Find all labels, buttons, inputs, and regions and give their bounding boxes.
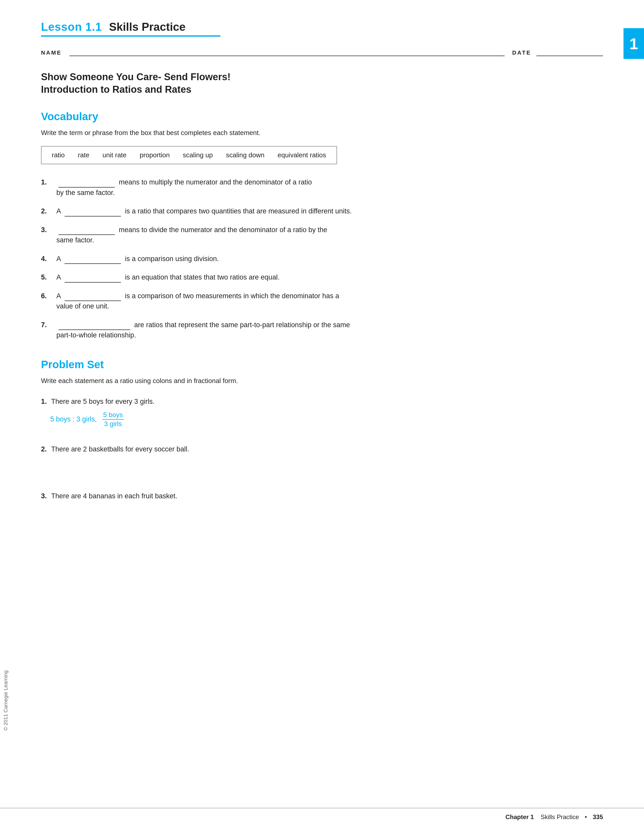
vocab-text-1: means to multiply the numerator and the … — [56, 177, 603, 198]
footer-chapter: Chapter 1 Skills Practice • 335 — [505, 813, 603, 821]
prob-answer-text-1: 5 boys : 3 girls, — [50, 415, 99, 423]
chapter-tab: 1 — [623, 28, 644, 59]
vocab-number-5: 5. — [41, 272, 56, 282]
prob-answer-1: 5 boys : 3 girls, 5 boys 3 girls — [50, 411, 603, 429]
problem-item-2: 2. There are 2 basketballs for every soc… — [41, 444, 603, 475]
vocab-item-1: 1. means to multiply the numerator and t… — [41, 177, 603, 198]
fraction-numerator-1: 5 boys — [102, 411, 124, 420]
vocab-blank-6 — [65, 296, 121, 301]
word-rate: rate — [78, 151, 90, 159]
page-header: Lesson 1.1 Skills Practice — [41, 21, 603, 33]
vocab-blank-3 — [59, 229, 115, 235]
problem-set-heading: Problem Set — [41, 358, 603, 371]
sidebar-copyright: © 2011 Carnegie Learning — [3, 671, 9, 731]
vocab-blank-1 — [59, 182, 115, 188]
vocab-item-2: 2. A is a ratio that compares two quanti… — [41, 206, 603, 217]
vocabulary-instruction: Write the term or phrase from the box th… — [41, 129, 603, 137]
word-unit-rate: unit rate — [103, 151, 127, 159]
fraction-denominator-1: 3 girls — [103, 420, 123, 428]
vocabulary-list: 1. means to multiply the numerator and t… — [41, 177, 603, 341]
vocab-number-4: 4. — [41, 254, 56, 264]
prob-answer-space-3 — [41, 502, 603, 522]
prob-answer-space-2 — [41, 455, 603, 475]
vocab-number-7: 7. — [41, 320, 56, 330]
vocab-blank-2 — [65, 211, 121, 217]
vocab-text-3: means to divide the numerator and the de… — [56, 225, 603, 245]
vocabulary-heading: Vocabulary — [41, 110, 603, 123]
problem-item-1: 1. There are 5 boys for every 3 girls. 5… — [41, 396, 603, 429]
vocab-item-3: 3. means to divide the numerator and the… — [41, 225, 603, 245]
problem-set-instruction: Write each statement as a ratio using co… — [41, 377, 603, 385]
vocab-item-7: 7. are ratios that represent the same pa… — [41, 320, 603, 341]
word-ratio: ratio — [52, 151, 65, 159]
prob-number-1: 1. — [41, 398, 47, 405]
main-title-line1: Show Someone You Care- Send Flowers! — [41, 72, 603, 83]
name-date-row: NAME DATE — [41, 49, 603, 56]
vocab-blank-7 — [59, 324, 130, 330]
vocab-number-1: 1. — [41, 177, 56, 188]
vocab-number-2: 2. — [41, 206, 56, 217]
prob-text-1: There are 5 boys for every 3 girls. — [51, 398, 155, 405]
header-underline — [41, 35, 221, 37]
problem-list: 1. There are 5 boys for every 3 girls. 5… — [41, 396, 603, 522]
name-line[interactable] — [69, 49, 505, 56]
footer-dot: • — [585, 813, 587, 820]
vocab-text-2: A is a ratio that compares two quantitie… — [56, 206, 603, 217]
main-title-line2: Introduction to Ratios and Rates — [41, 84, 603, 95]
prob-fraction-1: 5 boys 3 girls — [102, 411, 124, 429]
vocab-item-5: 5. A is an equation that states that two… — [41, 272, 603, 282]
footer-page-number: 335 — [593, 813, 603, 820]
vocab-text-4: A is a comparison using division. — [56, 254, 603, 264]
problem-item-3: 3. There are 4 bananas in each fruit bas… — [41, 491, 603, 522]
page-footer: Chapter 1 Skills Practice • 335 — [0, 808, 644, 821]
prob-text-3: There are 4 bananas in each fruit basket… — [51, 492, 177, 500]
vocab-item-4: 4. A is a comparison using division. — [41, 254, 603, 264]
page: 1 © 2011 Carnegie Learning Lesson 1.1 Sk… — [0, 0, 644, 836]
word-scaling-up: scaling up — [183, 151, 213, 159]
vocab-blank-5 — [65, 277, 121, 282]
word-box: ratio rate unit rate proportion scaling … — [41, 146, 337, 164]
lesson-label: Lesson 1.1 — [41, 21, 102, 33]
vocab-text-6: A is a comparison of two measurements in… — [56, 291, 603, 312]
vocab-number-6: 6. — [41, 291, 56, 301]
vocab-blank-4 — [65, 258, 121, 264]
name-label: NAME — [41, 49, 62, 56]
word-scaling-down: scaling down — [226, 151, 265, 159]
date-label: DATE — [512, 49, 531, 56]
word-equivalent-ratios: equivalent ratios — [278, 151, 326, 159]
vocab-number-3: 3. — [41, 225, 56, 235]
vocab-text-5: A is an equation that states that two ra… — [56, 272, 603, 282]
vocab-item-6: 6. A is a comparison of two measurements… — [41, 291, 603, 312]
vocab-text-7: are ratios that represent the same part-… — [56, 320, 603, 341]
header-skills-practice: Skills Practice — [109, 21, 185, 33]
date-line[interactable] — [536, 49, 603, 56]
prob-number-2: 2. — [41, 445, 47, 453]
chapter-number: 1 — [629, 34, 638, 53]
prob-text-2: There are 2 basketballs for every soccer… — [51, 445, 190, 453]
word-proportion: proportion — [140, 151, 170, 159]
prob-number-3: 3. — [41, 492, 47, 500]
footer-skills-practice: Skills Practice — [541, 813, 579, 820]
footer-chapter-label: Chapter 1 — [505, 813, 534, 820]
